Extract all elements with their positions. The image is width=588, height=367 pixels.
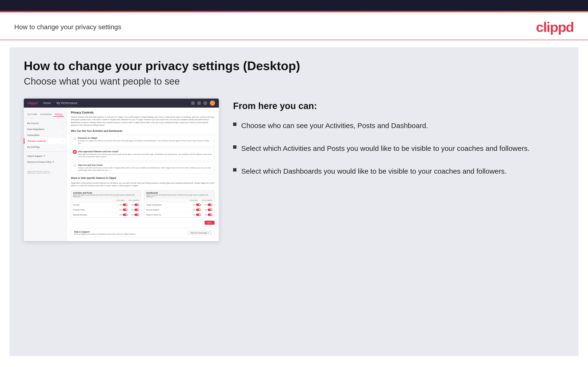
- chevron-right-icon: ›: [62, 134, 63, 136]
- toggle-section: Activities and Posts Select the types of…: [71, 190, 215, 217]
- radio-you-coach[interactable]: Only You and Your Coach Only you and the…: [71, 162, 215, 174]
- coaches-col-label: COACHES: [116, 200, 125, 201]
- player-dashboard-row: Player Dashboard ON ON: [144, 202, 214, 207]
- who-can-see-title: Who Can See Your Activities and Dashboar…: [71, 130, 215, 132]
- sidebar-item-help-support[interactable]: Help & Support ↗: [24, 153, 66, 159]
- followers-col-label: FOLLOWERS: [129, 200, 139, 201]
- tab-connections[interactable]: Connections: [39, 112, 53, 117]
- right-content: From here you can: Choose who can see yo…: [233, 99, 564, 189]
- manual-activities-row: Manual Activities ON ON: [71, 212, 141, 217]
- round-followers-toggle[interactable]: ON: [205, 209, 213, 211]
- mock-body: My Profile Connections Settings My Accou…: [24, 108, 219, 241]
- mock-main-panel: Privacy Controls Control how you and you…: [67, 108, 219, 241]
- bullet-text-2: Select which Activities and Posts you wo…: [241, 143, 529, 153]
- sidebar-item-subscription[interactable]: Subscription ›: [24, 132, 66, 138]
- save-button[interactable]: Save: [205, 221, 215, 225]
- dash-coaches-col-label: COACHES: [190, 200, 198, 201]
- practice-drills-row: Practice Drills ON ON: [71, 207, 141, 212]
- radio-group: Everyone on Clippd Everyone on Clippd ca…: [71, 135, 215, 174]
- bullet-marker: [233, 145, 236, 149]
- manual-followers-toggle[interactable]: ON: [131, 214, 139, 216]
- round-insights-row: Round Insights ON ON: [144, 207, 214, 212]
- page-title: How to change your privacy settings: [14, 23, 121, 31]
- sidebar-item-my-account[interactable]: My Account ›: [24, 120, 66, 126]
- rounds-row: Rounds ON ON: [71, 202, 141, 207]
- sidebar-item-service-privacy[interactable]: Service & Privacy Policy ↗: [24, 159, 66, 165]
- radio-desc-followers-coach: Only approved followers and coaches you …: [78, 153, 212, 158]
- share-icon: [198, 101, 201, 105]
- mock-tabs: My Profile Connections Settings: [24, 111, 66, 118]
- chevron-right-icon: ›: [62, 122, 63, 125]
- clippd-logo: clippd: [536, 19, 574, 35]
- manual-coaches-toggle[interactable]: ON: [119, 214, 128, 216]
- rounds-coaches-toggle[interactable]: ON: [119, 204, 128, 206]
- help-section: Help & Support Visit our Clippd communit…: [71, 228, 215, 238]
- two-column-layout: clippd Home My Performance My Profile Co…: [24, 99, 564, 241]
- round-coaches-toggle[interactable]: ON: [193, 209, 201, 211]
- activities-header: Activities and Posts Select the types of…: [71, 191, 141, 199]
- radio-desc-everyone: Everyone on Clippd can search for you an…: [78, 140, 212, 145]
- help-desc: Visit our Clippd community to troublesho…: [74, 233, 136, 235]
- tab-settings[interactable]: Settings: [53, 112, 64, 117]
- mock-navbar: clippd Home My Performance: [24, 99, 219, 108]
- avatar: [210, 100, 215, 106]
- dash-followers-col-label: FOLLOWERS: [202, 200, 212, 201]
- mock-nav-icons: [191, 100, 215, 106]
- radio-followers-coach[interactable]: Only Approved Followers and Your Coach O…: [71, 148, 215, 160]
- top-bar: [0, 0, 588, 12]
- site-header: How to change your privacy settings clip…: [0, 12, 588, 40]
- radio-everyone[interactable]: Everyone on Clippd Everyone on Clippd ca…: [71, 135, 215, 147]
- work-coaches-toggle[interactable]: ON: [193, 214, 201, 216]
- chevron-right-icon: ›: [62, 146, 63, 148]
- main-content: How to change your privacy settings (Des…: [9, 47, 579, 356]
- player-followers-toggle[interactable]: ON: [205, 204, 213, 206]
- search-icon: [191, 101, 195, 105]
- sidebar-item-privacy-controls[interactable]: Privacy Controls ›: [24, 138, 66, 144]
- mock-section-desc: Control how you and your data appears to…: [71, 116, 215, 126]
- activities-desc: Select the types of activity that you'd …: [73, 194, 139, 197]
- screenshot-mockup: clippd Home My Performance My Profile Co…: [24, 99, 219, 241]
- what-to-work-on-row: What To Work On ON ON: [144, 212, 214, 217]
- radio-circle-followers-coach: [73, 150, 76, 153]
- main-heading: How to change your privacy settings (Des…: [24, 59, 564, 73]
- practice-coaches-toggle[interactable]: ON: [119, 209, 128, 211]
- help-title: Help & Support: [74, 231, 136, 233]
- bullet-marker: [233, 123, 236, 126]
- list-item: Choose who can see your Activities, Post…: [233, 121, 564, 131]
- practice-followers-toggle[interactable]: ON: [131, 209, 139, 211]
- top-bar-accent: [0, 11, 588, 12]
- dashboards-title: Dashboards: [146, 192, 212, 194]
- chevron-right-icon: ›: [62, 128, 63, 130]
- work-followers-toggle[interactable]: ON: [205, 214, 213, 216]
- main-subheading: Choose what you want people to see: [24, 76, 564, 87]
- rounds-followers-toggle[interactable]: ON: [131, 204, 139, 206]
- radio-label-followers-coach: Only Approved Followers and Your Coach: [78, 150, 212, 153]
- bullet-text-1: Choose who can see your Activities, Post…: [241, 121, 428, 131]
- dashboards-header: Dashboards Select the types of activity …: [144, 191, 214, 199]
- radio-desc-you-coach: Only you and the coaches you connect wit…: [78, 167, 212, 172]
- player-coaches-toggle[interactable]: ON: [193, 204, 201, 206]
- show-hide-desc: Regardless of the privacy controls that …: [71, 182, 215, 187]
- tab-my-profile[interactable]: My Profile: [26, 112, 39, 117]
- save-row: Save: [71, 220, 215, 225]
- mock-nav-home: Home: [43, 101, 51, 105]
- activities-title: Activities and Posts: [73, 192, 139, 194]
- visit-community-button[interactable]: Visit Our Community ↗: [188, 231, 211, 235]
- list-item: Select which Dashboards you would like t…: [233, 166, 564, 176]
- bullet-text-3: Select which Dashboards you would like t…: [241, 166, 507, 176]
- mock-nav-performance: My Performance: [56, 101, 77, 105]
- mock-logo: clippd: [28, 101, 37, 105]
- sidebar-item-my-golf-bag[interactable]: My Golf Bag ›: [24, 144, 66, 150]
- radio-label-you-coach: Only You and Your Coach: [78, 164, 212, 166]
- bullet-marker: [233, 168, 236, 172]
- dashboards-table: Dashboards Select the types of activity …: [144, 190, 215, 217]
- chevron-right-icon: ›: [62, 140, 63, 142]
- sidebar-item-data-integrations[interactable]: Data Integrations ›: [24, 126, 66, 132]
- settings-icon: [204, 101, 207, 105]
- list-item: Select which Activities and Posts you wo…: [233, 143, 564, 153]
- mock-section-title: Privacy Controls: [71, 111, 215, 114]
- activities-posts-table: Activities and Posts Select the types of…: [71, 190, 141, 217]
- radio-circle-everyone: [73, 137, 76, 140]
- show-hide-title: Show or hide specific features in Clippd: [71, 177, 215, 179]
- sidebar-version: Clippd Client Version: 2022.8.2SQL Serve…: [24, 169, 66, 176]
